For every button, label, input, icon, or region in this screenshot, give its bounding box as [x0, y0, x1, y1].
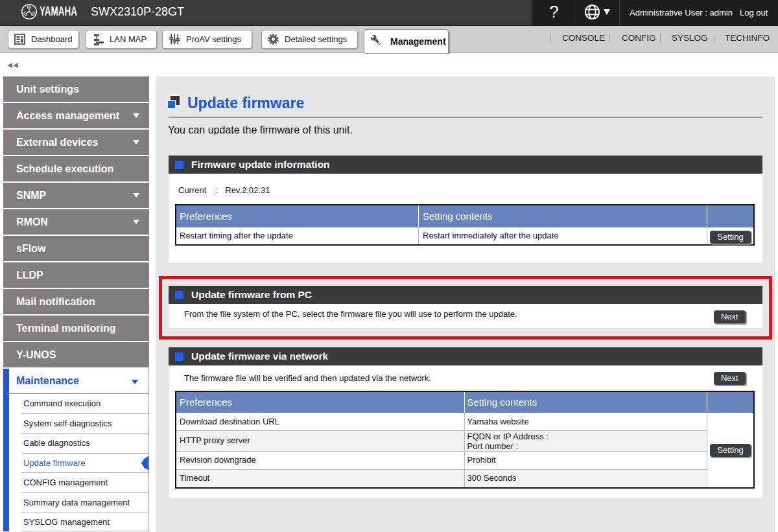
svg-text:YAMAHA: YAMAHA: [40, 5, 77, 18]
